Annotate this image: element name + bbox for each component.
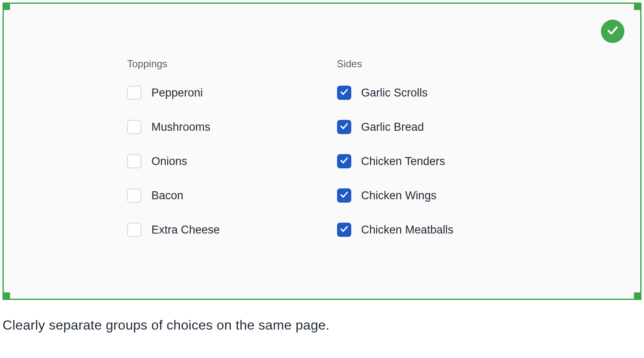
checkbox-chicken-meatballs[interactable]	[337, 223, 351, 237]
frame-handle-top-right	[634, 3, 641, 10]
group-heading-sides: Sides	[337, 58, 454, 70]
checkbox-garlic-bread[interactable]	[337, 120, 351, 134]
option-label: Chicken Tenders	[361, 155, 445, 168]
example-frame: Toppings Pepperoni Mushrooms Onions Baco…	[3, 3, 641, 300]
checkbox-mushrooms[interactable]	[127, 120, 141, 134]
option-label: Onions	[151, 155, 187, 168]
option-row[interactable]: Mushrooms	[127, 120, 220, 134]
group-toppings: Toppings Pepperoni Mushrooms Onions Baco…	[127, 58, 220, 257]
frame-handle-bottom-right	[634, 292, 641, 299]
success-badge	[601, 20, 624, 43]
option-label: Mushrooms	[151, 121, 210, 134]
check-icon	[340, 190, 349, 201]
checkbox-onions[interactable]	[127, 154, 141, 168]
check-icon	[340, 87, 349, 98]
group-heading-toppings: Toppings	[127, 58, 220, 70]
option-label: Pepperoni	[151, 86, 203, 99]
option-row[interactable]: Extra Cheese	[127, 223, 220, 237]
check-icon	[606, 24, 619, 38]
option-row[interactable]: Pepperoni	[127, 86, 220, 100]
caption-text: Clearly separate groups of choices on th…	[3, 317, 330, 333]
option-label: Garlic Scrolls	[361, 86, 428, 99]
option-label: Chicken Wings	[361, 189, 437, 202]
option-row[interactable]: Garlic Scrolls	[337, 86, 454, 100]
option-row[interactable]: Chicken Wings	[337, 188, 454, 203]
option-row[interactable]: Chicken Tenders	[337, 154, 454, 168]
content-columns: Toppings Pepperoni Mushrooms Onions Baco…	[4, 4, 640, 257]
frame-handle-bottom-left	[3, 292, 10, 299]
checkbox-pepperoni[interactable]	[127, 86, 141, 100]
checkbox-bacon[interactable]	[127, 188, 141, 203]
option-label: Chicken Meatballs	[361, 223, 454, 236]
option-label: Bacon	[151, 189, 184, 202]
checkbox-chicken-wings[interactable]	[337, 188, 351, 203]
checkbox-garlic-scrolls[interactable]	[337, 86, 351, 100]
option-row[interactable]: Chicken Meatballs	[337, 223, 454, 237]
checkbox-extra-cheese[interactable]	[127, 223, 141, 237]
option-label: Garlic Bread	[361, 121, 424, 134]
check-icon	[340, 224, 349, 235]
option-row[interactable]: Bacon	[127, 188, 220, 203]
frame-handle-top-left	[3, 3, 10, 10]
option-row[interactable]: Onions	[127, 154, 220, 168]
check-icon	[340, 156, 349, 167]
group-sides: Sides Garlic Scrolls Garlic Bread	[337, 58, 454, 257]
option-row[interactable]: Garlic Bread	[337, 120, 454, 134]
option-label: Extra Cheese	[151, 223, 220, 236]
checkbox-chicken-tenders[interactable]	[337, 154, 351, 168]
check-icon	[340, 122, 349, 132]
